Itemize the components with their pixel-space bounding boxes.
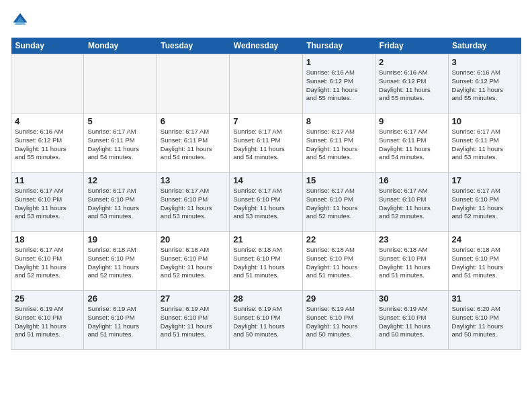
calendar-cell: 15Sunrise: 6:17 AMSunset: 6:10 PMDayligh… — [302, 173, 375, 232]
day-number: 6 — [161, 116, 226, 126]
logo-icon — [11, 11, 30, 30]
day-number: 16 — [379, 175, 444, 185]
cell-daylight-info: Sunrise: 6:19 AMSunset: 6:10 PMDaylight:… — [87, 305, 152, 339]
cell-daylight-info: Sunrise: 6:19 AMSunset: 6:10 PMDaylight:… — [233, 305, 298, 339]
calendar-cell: 18Sunrise: 6:17 AMSunset: 6:10 PMDayligh… — [11, 232, 84, 291]
day-number: 22 — [306, 234, 371, 244]
cell-daylight-info: Sunrise: 6:18 AMSunset: 6:10 PMDaylight:… — [233, 246, 298, 280]
calendar-cell: 22Sunrise: 6:18 AMSunset: 6:10 PMDayligh… — [302, 232, 375, 291]
cell-daylight-info: Sunrise: 6:17 AMSunset: 6:10 PMDaylight:… — [233, 187, 298, 221]
day-number: 14 — [233, 175, 298, 185]
cell-daylight-info: Sunrise: 6:17 AMSunset: 6:11 PMDaylight:… — [306, 128, 371, 162]
day-number: 4 — [15, 116, 80, 126]
calendar-cell: 24Sunrise: 6:18 AMSunset: 6:10 PMDayligh… — [448, 232, 521, 291]
day-number: 7 — [233, 116, 298, 126]
cell-daylight-info: Sunrise: 6:17 AMSunset: 6:11 PMDaylight:… — [87, 128, 152, 162]
calendar-cell: 9Sunrise: 6:17 AMSunset: 6:11 PMDaylight… — [375, 113, 448, 173]
day-number: 31 — [452, 293, 517, 304]
cell-daylight-info: Sunrise: 6:18 AMSunset: 6:10 PMDaylight:… — [306, 246, 371, 280]
day-number: 12 — [87, 175, 152, 185]
week-row: 11Sunrise: 6:17 AMSunset: 6:10 PMDayligh… — [11, 173, 521, 232]
calendar-cell: 6Sunrise: 6:17 AMSunset: 6:11 PMDaylight… — [157, 113, 229, 173]
calendar-cell: 23Sunrise: 6:18 AMSunset: 6:10 PMDayligh… — [375, 232, 448, 291]
day-header-tuesday: Tuesday — [157, 38, 229, 54]
day-number: 24 — [452, 234, 517, 244]
calendar-cell: 11Sunrise: 6:17 AMSunset: 6:10 PMDayligh… — [11, 173, 84, 232]
day-header-sunday: Sunday — [11, 38, 84, 54]
calendar-cell — [230, 54, 302, 113]
calendar-cell: 4Sunrise: 6:16 AMSunset: 6:12 PMDaylight… — [11, 113, 84, 173]
day-number: 2 — [379, 57, 444, 67]
day-number: 23 — [379, 234, 444, 244]
calendar-cell: 3Sunrise: 6:16 AMSunset: 6:12 PMDaylight… — [448, 54, 521, 113]
calendar-cell: 29Sunrise: 6:19 AMSunset: 6:10 PMDayligh… — [302, 291, 375, 350]
calendar-cell: 1Sunrise: 6:16 AMSunset: 6:12 PMDaylight… — [302, 54, 375, 113]
day-number: 15 — [306, 175, 371, 185]
cell-daylight-info: Sunrise: 6:17 AMSunset: 6:10 PMDaylight:… — [306, 187, 371, 221]
day-header-wednesday: Wednesday — [230, 38, 302, 54]
cell-daylight-info: Sunrise: 6:18 AMSunset: 6:10 PMDaylight:… — [87, 246, 152, 280]
cell-daylight-info: Sunrise: 6:18 AMSunset: 6:10 PMDaylight:… — [161, 246, 226, 280]
calendar-cell: 5Sunrise: 6:17 AMSunset: 6:11 PMDaylight… — [84, 113, 157, 173]
calendar-cell: 12Sunrise: 6:17 AMSunset: 6:10 PMDayligh… — [84, 173, 157, 232]
calendar-cell: 16Sunrise: 6:17 AMSunset: 6:10 PMDayligh… — [375, 173, 448, 232]
calendar-table: SundayMondayTuesdayWednesdayThursdayFrid… — [11, 38, 521, 350]
cell-daylight-info: Sunrise: 6:16 AMSunset: 6:12 PMDaylight:… — [306, 68, 371, 103]
cell-daylight-info: Sunrise: 6:17 AMSunset: 6:10 PMDaylight:… — [15, 246, 80, 280]
cell-daylight-info: Sunrise: 6:18 AMSunset: 6:10 PMDaylight:… — [452, 246, 517, 280]
day-header-thursday: Thursday — [302, 38, 375, 54]
calendar-cell: 17Sunrise: 6:17 AMSunset: 6:10 PMDayligh… — [448, 173, 521, 232]
calendar-cell: 7Sunrise: 6:17 AMSunset: 6:11 PMDaylight… — [230, 113, 302, 173]
calendar-cell: 14Sunrise: 6:17 AMSunset: 6:10 PMDayligh… — [230, 173, 302, 232]
day-number: 17 — [452, 175, 517, 185]
cell-daylight-info: Sunrise: 6:17 AMSunset: 6:11 PMDaylight:… — [379, 128, 444, 162]
calendar-cell: 26Sunrise: 6:19 AMSunset: 6:10 PMDayligh… — [84, 291, 157, 350]
calendar-cell: 25Sunrise: 6:19 AMSunset: 6:10 PMDayligh… — [11, 291, 84, 350]
calendar-cell: 27Sunrise: 6:19 AMSunset: 6:10 PMDayligh… — [157, 291, 229, 350]
week-row: 25Sunrise: 6:19 AMSunset: 6:10 PMDayligh… — [11, 291, 521, 350]
day-number: 29 — [306, 293, 371, 304]
day-number: 5 — [87, 116, 152, 126]
cell-daylight-info: Sunrise: 6:18 AMSunset: 6:10 PMDaylight:… — [379, 246, 444, 280]
day-number: 30 — [379, 293, 444, 304]
day-number: 26 — [87, 293, 152, 304]
cell-daylight-info: Sunrise: 6:17 AMSunset: 6:11 PMDaylight:… — [452, 128, 517, 162]
cell-daylight-info: Sunrise: 6:16 AMSunset: 6:12 PMDaylight:… — [15, 128, 80, 162]
day-header-friday: Friday — [375, 38, 448, 54]
day-number: 11 — [15, 175, 80, 185]
cell-daylight-info: Sunrise: 6:17 AMSunset: 6:10 PMDaylight:… — [15, 187, 80, 221]
calendar-cell: 28Sunrise: 6:19 AMSunset: 6:10 PMDayligh… — [230, 291, 302, 350]
calendar-cell: 2Sunrise: 6:16 AMSunset: 6:12 PMDaylight… — [375, 54, 448, 113]
calendar-cell: 20Sunrise: 6:18 AMSunset: 6:10 PMDayligh… — [157, 232, 229, 291]
cell-daylight-info: Sunrise: 6:17 AMSunset: 6:10 PMDaylight:… — [161, 187, 226, 221]
day-number: 25 — [15, 293, 80, 304]
cell-daylight-info: Sunrise: 6:17 AMSunset: 6:10 PMDaylight:… — [452, 187, 517, 221]
calendar-cell: 21Sunrise: 6:18 AMSunset: 6:10 PMDayligh… — [230, 232, 302, 291]
logo — [11, 11, 32, 30]
calendar-cell: 8Sunrise: 6:17 AMSunset: 6:11 PMDaylight… — [302, 113, 375, 173]
day-header-monday: Monday — [84, 38, 157, 54]
day-number: 28 — [233, 293, 298, 304]
cell-daylight-info: Sunrise: 6:17 AMSunset: 6:11 PMDaylight:… — [233, 128, 298, 162]
calendar-cell — [84, 54, 157, 113]
cell-daylight-info: Sunrise: 6:19 AMSunset: 6:10 PMDaylight:… — [15, 305, 80, 339]
cell-daylight-info: Sunrise: 6:16 AMSunset: 6:12 PMDaylight:… — [379, 68, 444, 103]
calendar-cell: 19Sunrise: 6:18 AMSunset: 6:10 PMDayligh… — [84, 232, 157, 291]
week-row: 18Sunrise: 6:17 AMSunset: 6:10 PMDayligh… — [11, 232, 521, 291]
calendar-cell: 30Sunrise: 6:19 AMSunset: 6:10 PMDayligh… — [375, 291, 448, 350]
cell-daylight-info: Sunrise: 6:19 AMSunset: 6:10 PMDaylight:… — [306, 305, 371, 339]
calendar-cell — [11, 54, 84, 113]
day-number: 10 — [452, 116, 517, 126]
cell-daylight-info: Sunrise: 6:17 AMSunset: 6:10 PMDaylight:… — [87, 187, 152, 221]
week-row: 4Sunrise: 6:16 AMSunset: 6:12 PMDaylight… — [11, 113, 521, 173]
cell-daylight-info: Sunrise: 6:19 AMSunset: 6:10 PMDaylight:… — [379, 305, 444, 339]
calendar-cell: 10Sunrise: 6:17 AMSunset: 6:11 PMDayligh… — [448, 113, 521, 173]
day-number: 20 — [161, 234, 226, 244]
calendar-cell: 31Sunrise: 6:20 AMSunset: 6:10 PMDayligh… — [448, 291, 521, 350]
cell-daylight-info: Sunrise: 6:19 AMSunset: 6:10 PMDaylight:… — [161, 305, 226, 339]
day-number: 18 — [15, 234, 80, 244]
cell-daylight-info: Sunrise: 6:20 AMSunset: 6:10 PMDaylight:… — [452, 305, 517, 339]
day-number: 8 — [306, 116, 371, 126]
calendar-cell — [157, 54, 229, 113]
day-header-saturday: Saturday — [448, 38, 521, 54]
